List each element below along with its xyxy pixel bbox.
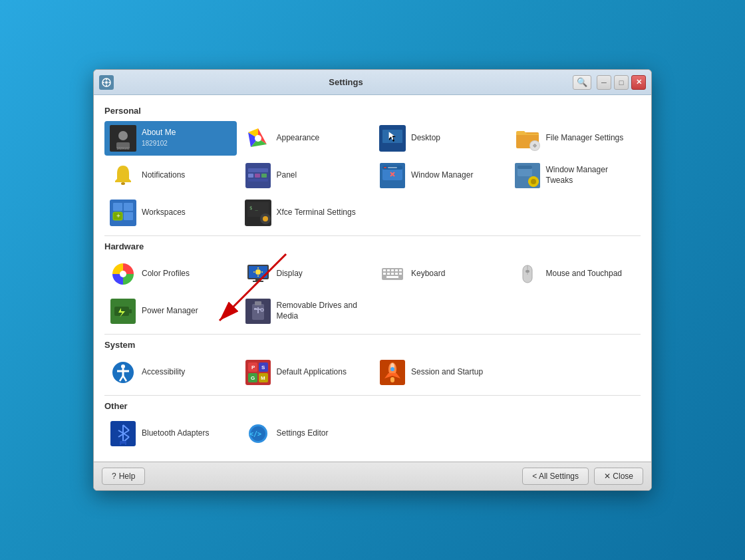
item-notifications[interactable]: Notifications <box>104 158 237 193</box>
close-button[interactable]: ✕ <box>631 75 646 90</box>
svg-rect-27 <box>261 174 267 178</box>
svg-text:</>: </> <box>249 430 261 438</box>
workspaces-label: Workspaces <box>142 208 186 218</box>
power-icon <box>110 298 136 325</box>
notifications-icon <box>110 162 136 189</box>
divider-system <box>104 334 641 335</box>
settingseditor-icon: </> <box>245 420 271 447</box>
session-icon <box>379 359 406 386</box>
svg-rect-73 <box>395 269 398 271</box>
bluetooth-label: Bluetooth Adapters <box>142 428 209 439</box>
item-appearance[interactable]: Appearance <box>239 121 372 156</box>
svg-rect-22 <box>121 182 125 185</box>
system-grid: Accessibility P S G <box>104 355 641 390</box>
item-settingseditor[interactable]: </> Settings Editor <box>239 416 372 451</box>
color-icon <box>110 261 136 287</box>
svg-rect-17 <box>387 146 398 147</box>
item-terminal[interactable]: $ _ Xfce Terminal Settings <box>239 196 372 230</box>
bluetooth-icon <box>110 420 136 447</box>
svg-rect-83 <box>525 270 529 273</box>
display-icon <box>245 261 271 287</box>
svg-rect-70 <box>383 269 386 271</box>
help-icon: ? <box>112 472 116 481</box>
svg-point-96 <box>121 364 125 368</box>
svg-rect-90 <box>255 301 261 305</box>
defaultapps-label: Default Applications <box>277 367 347 378</box>
minimize-button[interactable]: ─ <box>597 75 611 90</box>
item-workspaces[interactable]: + Workspaces <box>104 196 237 230</box>
mouse-label: Mouse and Touchpad <box>546 269 623 279</box>
item-color[interactable]: Color Profiles <box>104 257 237 291</box>
item-aboutme[interactable]: 1829102 About Me1829102 <box>104 121 237 156</box>
svg-rect-79 <box>399 273 402 275</box>
titlebar: Settings 🔍 ─ □ ✕ <box>94 70 651 95</box>
session-label: Session and Startup <box>411 367 483 378</box>
svg-point-64 <box>255 269 261 275</box>
maximize-button[interactable]: □ <box>614 75 629 90</box>
svg-rect-25 <box>248 174 253 178</box>
close-footer-button[interactable]: ✕ Close <box>594 468 643 485</box>
item-mouse[interactable]: Mouse and Touchpad <box>509 257 641 291</box>
search-button[interactable]: 🔍 <box>573 75 591 90</box>
svg-text:P: P <box>251 364 255 370</box>
svg-rect-47 <box>124 203 133 211</box>
windowmanager-label: Window Manager <box>411 170 473 181</box>
hardware-grid: Color Profiles <box>104 257 641 329</box>
item-bluetooth[interactable]: Bluetooth Adapters <box>104 416 237 451</box>
item-power[interactable]: Power Manager <box>104 294 237 329</box>
item-session[interactable]: Session and Startup <box>374 355 506 390</box>
item-filemanager[interactable]: File Manager Settings <box>509 121 641 156</box>
display-label: Display <box>277 269 303 279</box>
svg-rect-56 <box>264 222 267 224</box>
svg-rect-114 <box>390 377 394 382</box>
wmtweaks-icon <box>514 162 541 189</box>
item-desktop[interactable]: Desktop <box>374 121 506 156</box>
notifications-label: Notifications <box>142 170 185 181</box>
app-icon <box>99 75 114 90</box>
aboutme-icon: 1829102 <box>110 125 136 152</box>
section-personal-header: Personal <box>104 106 641 116</box>
filemanager-icon <box>514 125 541 152</box>
svg-text:M: M <box>261 375 265 381</box>
help-button[interactable]: ? Help <box>102 468 145 485</box>
terminal-icon: $ _ <box>245 200 271 226</box>
divider-other <box>104 395 641 396</box>
svg-rect-77 <box>391 273 394 275</box>
svg-point-7 <box>118 131 128 140</box>
svg-text:1829102: 1829102 <box>116 146 130 150</box>
svg-rect-74 <box>399 269 402 271</box>
svg-rect-32 <box>384 167 386 168</box>
workspaces-icon: + <box>110 200 136 226</box>
terminal-label: Xfce Terminal Settings <box>277 208 356 218</box>
aboutme-label: About Me1829102 <box>142 128 176 148</box>
item-wmtweaks[interactable]: Window Manager Tweaks <box>509 158 641 193</box>
defaultapps-icon: P S G M <box>245 359 271 386</box>
item-keyboard[interactable]: Keyboard <box>374 257 506 291</box>
item-panel[interactable]: Panel <box>239 158 372 193</box>
svg-rect-55 <box>264 213 267 215</box>
section-other-header: Other <box>104 401 641 411</box>
svg-rect-44 <box>537 180 539 183</box>
svg-rect-43 <box>528 180 530 183</box>
svg-rect-41 <box>532 176 535 178</box>
item-display[interactable]: Display <box>239 257 372 291</box>
svg-rect-80 <box>386 276 398 278</box>
svg-rect-123 <box>121 444 125 446</box>
svg-rect-49 <box>124 212 133 220</box>
allsettings-button[interactable]: < All Settings <box>522 468 589 485</box>
svg-rect-63 <box>253 281 263 282</box>
mouse-icon <box>514 261 541 287</box>
item-removable[interactable]: Removable Drives and Media <box>239 294 372 329</box>
keyboard-label: Keyboard <box>411 269 445 279</box>
accessibility-icon <box>110 359 136 386</box>
appearance-label: Appearance <box>277 133 320 144</box>
removable-icon <box>245 298 271 325</box>
item-defaultapps[interactable]: P S G M Default Applications <box>239 355 372 390</box>
svg-point-1 <box>105 81 108 84</box>
settings-window: Settings 🔍 ─ □ ✕ Personal <box>93 69 652 491</box>
accessibility-label: Accessibility <box>142 367 185 378</box>
panel-label: Panel <box>277 170 297 181</box>
svg-rect-28 <box>248 179 268 182</box>
item-accessibility[interactable]: Accessibility <box>104 355 237 390</box>
item-windowmanager[interactable]: Window Manager <box>374 158 506 193</box>
